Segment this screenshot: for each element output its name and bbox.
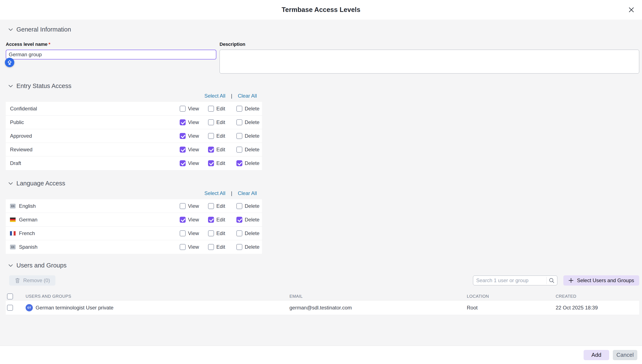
- delete-label: Delete: [245, 230, 260, 236]
- table-row: Reviewed View Edit Delete: [6, 143, 262, 156]
- section-general-information[interactable]: General Information: [8, 20, 639, 33]
- entry-status-label: Draft: [10, 160, 180, 166]
- trash-icon: [15, 278, 20, 284]
- caps-lock-icon: [7, 60, 12, 65]
- column-created: CREATED: [556, 294, 639, 299]
- entry-status-label: Public: [10, 119, 180, 125]
- view-checkbox[interactable]: [180, 244, 186, 250]
- select-all-link[interactable]: Select All: [204, 93, 226, 99]
- german-flag-icon: [10, 218, 16, 222]
- section-entry-status-access[interactable]: Entry Status Access: [8, 82, 639, 90]
- delete-checkbox[interactable]: [236, 244, 242, 250]
- delete-label: Delete: [245, 146, 260, 152]
- search-icon[interactable]: [549, 278, 554, 284]
- delete-checkbox[interactable]: [236, 203, 242, 209]
- view-label: View: [188, 133, 199, 139]
- dialog-footer: Add Cancel: [0, 346, 642, 364]
- edit-checkbox[interactable]: [208, 244, 214, 250]
- add-button[interactable]: Add: [584, 350, 609, 360]
- delete-label: Delete: [245, 133, 260, 139]
- view-checkbox[interactable]: [180, 230, 186, 236]
- spanish-language-icon: ES: [10, 245, 16, 249]
- view-label: View: [188, 244, 199, 250]
- view-checkbox[interactable]: [180, 217, 186, 223]
- user-search-input[interactable]: [476, 278, 546, 284]
- column-users-and-groups: USERS AND GROUPS: [26, 294, 290, 299]
- delete-checkbox[interactable]: [236, 217, 242, 223]
- view-checkbox[interactable]: [180, 133, 186, 139]
- cancel-button[interactable]: Cancel: [613, 350, 637, 360]
- clear-all-link[interactable]: Clear All: [238, 93, 257, 99]
- table-row: Confidential View Edit Delete: [6, 102, 262, 116]
- delete-checkbox[interactable]: [236, 133, 242, 139]
- delete-label: Delete: [245, 244, 260, 250]
- close-button[interactable]: [628, 6, 635, 14]
- edit-checkbox[interactable]: [208, 160, 214, 166]
- section-title: Language Access: [16, 180, 65, 187]
- view-checkbox[interactable]: [180, 160, 186, 166]
- table-row: French View Edit Delete: [6, 226, 262, 240]
- edit-label: Edit: [216, 244, 225, 250]
- language-label: English: [19, 203, 36, 209]
- delete-label: Delete: [245, 106, 260, 112]
- edit-checkbox[interactable]: [208, 203, 214, 209]
- french-flag-icon: [10, 231, 16, 236]
- view-label: View: [188, 160, 199, 166]
- delete-checkbox[interactable]: [236, 119, 242, 125]
- description-label: Description: [220, 42, 639, 47]
- section-users-and-groups[interactable]: Users and Groups: [8, 262, 639, 269]
- section-language-access[interactable]: Language Access: [8, 180, 639, 187]
- edit-checkbox[interactable]: [208, 217, 214, 223]
- avatar: GT: [26, 304, 33, 311]
- clear-all-link[interactable]: Clear All: [238, 190, 257, 196]
- delete-label: Delete: [245, 160, 260, 166]
- row-checkbox[interactable]: [7, 305, 13, 311]
- view-checkbox[interactable]: [180, 106, 186, 112]
- edit-checkbox[interactable]: [208, 230, 214, 236]
- user-search-box: [473, 276, 558, 285]
- delete-checkbox[interactable]: [236, 146, 242, 152]
- view-checkbox[interactable]: [180, 203, 186, 209]
- link-divider: |: [231, 190, 232, 196]
- english-language-icon: EN: [10, 204, 16, 208]
- entry-status-label: Reviewed: [10, 146, 180, 152]
- users-table-header: USERS AND GROUPS EMAIL LOCATION CREATED: [6, 292, 639, 300]
- language-label: German: [19, 217, 38, 223]
- remove-button[interactable]: Remove (0): [9, 275, 56, 286]
- select-users-and-groups-button[interactable]: Select Users and Groups: [563, 275, 639, 286]
- remove-button-label: Remove (0): [23, 278, 50, 284]
- delete-checkbox[interactable]: [236, 160, 242, 166]
- entry-status-label: Confidential: [10, 106, 180, 112]
- view-label: View: [188, 106, 199, 112]
- language-access-table: ENEnglish View Edit Delete German View E…: [6, 199, 262, 254]
- delete-checkbox[interactable]: [236, 230, 242, 236]
- table-row: Public View Edit Delete: [6, 116, 262, 129]
- chevron-down-icon: [8, 182, 13, 185]
- entry-status-table: Confidential View Edit Delete Public Vie…: [6, 102, 262, 170]
- dialog-title: Termbase Access Levels: [282, 6, 360, 14]
- select-users-label: Select Users and Groups: [577, 278, 634, 284]
- language-label: Spanish: [19, 244, 38, 250]
- edit-checkbox[interactable]: [208, 133, 214, 139]
- section-title: General Information: [16, 26, 71, 33]
- edit-label: Edit: [216, 203, 225, 209]
- delete-label: Delete: [245, 203, 260, 209]
- caps-lock-indicator: [5, 58, 14, 67]
- column-email: EMAIL: [290, 294, 467, 299]
- access-level-name-input[interactable]: [6, 50, 216, 60]
- edit-checkbox[interactable]: [208, 106, 214, 112]
- user-name: German terminologist User private: [36, 305, 114, 311]
- link-divider: |: [231, 93, 232, 99]
- view-checkbox[interactable]: [180, 146, 186, 152]
- edit-checkbox[interactable]: [208, 119, 214, 125]
- description-textarea[interactable]: [220, 50, 639, 74]
- delete-checkbox[interactable]: [236, 106, 242, 112]
- close-icon: [628, 6, 634, 13]
- entry-status-bulk-links: Select All | Clear All: [6, 93, 262, 99]
- edit-checkbox[interactable]: [208, 146, 214, 152]
- view-checkbox[interactable]: [180, 119, 186, 125]
- select-all-checkbox[interactable]: [7, 294, 13, 300]
- column-location: LOCATION: [467, 294, 556, 299]
- select-all-link[interactable]: Select All: [204, 190, 226, 196]
- dialog-body: General Information Access level name* D…: [0, 20, 642, 315]
